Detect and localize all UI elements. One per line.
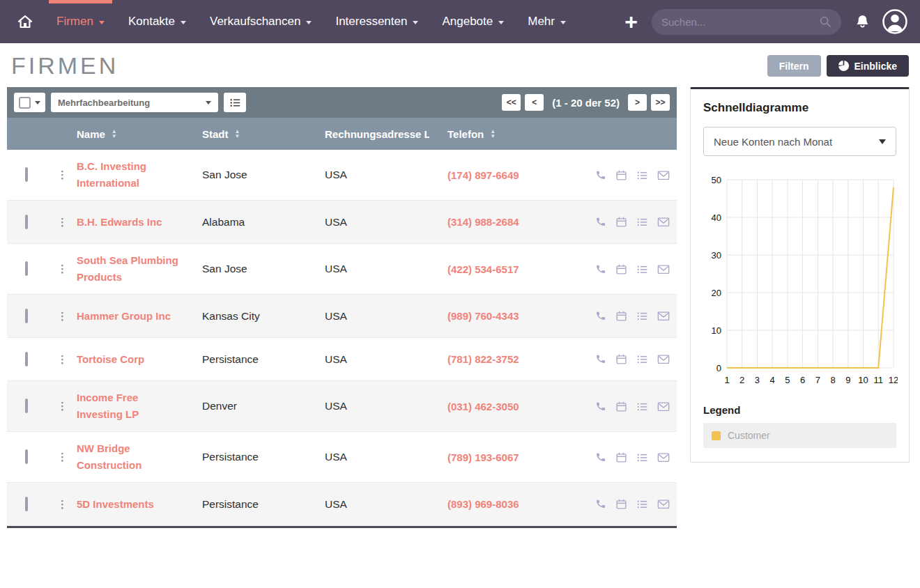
- select-all-checkbox[interactable]: [19, 97, 31, 109]
- home-button[interactable]: [10, 0, 45, 43]
- row-actions-menu[interactable]: ⋮: [49, 498, 77, 511]
- insights-button[interactable]: Einblicke: [827, 55, 909, 77]
- svg-text:10: 10: [858, 375, 868, 385]
- list-view-button[interactable]: [224, 93, 246, 112]
- phone-link[interactable]: (031) 462-3050: [429, 401, 576, 412]
- tasks-list-icon[interactable]: [636, 498, 648, 510]
- call-icon[interactable]: [595, 498, 606, 510]
- email-icon[interactable]: [657, 353, 670, 365]
- row-checkbox[interactable]: [25, 497, 28, 511]
- nav-item-interessenten[interactable]: Interessenten: [323, 0, 430, 43]
- phone-link[interactable]: (989) 760-4343: [429, 310, 576, 322]
- row-actions-menu[interactable]: ⋮: [49, 310, 77, 323]
- row-checkbox[interactable]: [25, 352, 28, 366]
- row-actions-menu[interactable]: ⋮: [49, 400, 77, 412]
- pagination-last-button[interactable]: >>: [651, 94, 670, 111]
- user-avatar[interactable]: [881, 8, 909, 36]
- nav-item-kontakte[interactable]: Kontakte: [116, 0, 198, 43]
- call-icon[interactable]: [595, 451, 606, 463]
- email-icon[interactable]: [657, 216, 670, 228]
- row-checkbox[interactable]: [25, 261, 28, 276]
- select-all-dropdown[interactable]: [14, 93, 45, 112]
- row-actions-menu[interactable]: ⋮: [49, 169, 77, 181]
- row-checkbox[interactable]: [25, 309, 28, 323]
- call-icon[interactable]: [595, 401, 606, 412]
- row-checkbox[interactable]: [25, 215, 28, 229]
- row-actions-menu[interactable]: ⋮: [49, 216, 77, 229]
- quick-create-button[interactable]: +: [615, 0, 647, 43]
- calendar-icon[interactable]: [615, 169, 627, 181]
- chart-type-select[interactable]: Neue Konten nach Monat: [703, 127, 896, 156]
- nav-item-angebote[interactable]: Angebote: [430, 0, 516, 43]
- column-header-name[interactable]: Name ▲▼: [77, 128, 202, 140]
- notifications-button[interactable]: [855, 14, 870, 29]
- home-icon: [17, 13, 33, 30]
- email-icon[interactable]: [657, 310, 670, 322]
- phone-link[interactable]: (893) 969-8036: [429, 498, 576, 510]
- nav-item-mehr[interactable]: Mehr: [516, 0, 578, 43]
- search-input[interactable]: [661, 16, 819, 28]
- calendar-icon[interactable]: [615, 310, 627, 322]
- phone-link[interactable]: (781) 822-3752: [429, 353, 576, 365]
- row-actions-menu[interactable]: ⋮: [49, 353, 77, 366]
- account-name-link[interactable]: Tortoise Corp: [77, 351, 202, 368]
- email-icon[interactable]: [657, 498, 670, 510]
- phone-link[interactable]: (789) 193-6067: [429, 451, 576, 463]
- email-icon[interactable]: [657, 169, 670, 181]
- calendar-icon[interactable]: [615, 498, 627, 510]
- call-icon[interactable]: [595, 353, 606, 365]
- call-icon[interactable]: [595, 263, 606, 275]
- page-title: FIRMEN: [11, 52, 118, 79]
- filter-button[interactable]: Filtern: [767, 55, 821, 77]
- account-name-link[interactable]: South Sea Plumbing Products: [77, 252, 202, 286]
- calendar-icon[interactable]: [615, 216, 627, 228]
- tasks-list-icon[interactable]: [636, 310, 648, 322]
- pagination-prev-button[interactable]: <: [525, 94, 544, 111]
- quick-charts-panel: Schnelldiagramme Neue Konten nach Monat …: [690, 87, 910, 463]
- account-name-link[interactable]: Hammer Group Inc: [77, 308, 202, 325]
- search-icon[interactable]: [819, 15, 831, 28]
- phone-link[interactable]: (314) 988-2684: [429, 216, 576, 228]
- tasks-list-icon[interactable]: [636, 451, 648, 463]
- pagination-next-button[interactable]: >: [628, 94, 647, 111]
- table-row: ⋮ B.C. Investing International San Jose …: [7, 150, 677, 201]
- bulk-action-select[interactable]: Mehrfachbearbeitung: [51, 93, 218, 112]
- calendar-icon[interactable]: [615, 353, 627, 365]
- tasks-list-icon[interactable]: [636, 401, 648, 412]
- email-icon[interactable]: [657, 401, 670, 412]
- column-header-telefon[interactable]: Telefon ▲▼: [429, 128, 576, 140]
- tasks-list-icon[interactable]: [636, 263, 648, 275]
- calendar-icon[interactable]: [615, 401, 627, 412]
- phone-link[interactable]: (422) 534-6517: [429, 263, 576, 275]
- tasks-list-icon[interactable]: [636, 353, 648, 365]
- account-name-link[interactable]: B.H. Edwards Inc: [77, 214, 202, 231]
- row-actions-menu[interactable]: ⋮: [49, 451, 77, 463]
- pagination-first-button[interactable]: <<: [502, 94, 521, 111]
- chevron-down-icon: [306, 21, 312, 24]
- column-header-stadt[interactable]: Stadt ▲▼: [202, 128, 325, 140]
- nav-item-verkaufschancen[interactable]: Verkaufschancen: [198, 0, 323, 43]
- call-icon[interactable]: [595, 169, 606, 181]
- nav-item-label: Interessenten: [335, 15, 407, 29]
- email-icon[interactable]: [657, 263, 670, 275]
- account-name-link[interactable]: B.C. Investing International: [77, 158, 202, 192]
- account-name-link[interactable]: Income Free Investing LP: [77, 389, 202, 423]
- call-icon[interactable]: [595, 216, 606, 228]
- account-name-link[interactable]: 5D Investments: [77, 496, 202, 513]
- email-icon[interactable]: [657, 451, 670, 463]
- tasks-list-icon[interactable]: [636, 216, 648, 228]
- tasks-list-icon[interactable]: [636, 169, 648, 181]
- calendar-icon[interactable]: [615, 451, 627, 463]
- nav-item-firmen[interactable]: Firmen: [45, 0, 116, 43]
- account-name-link[interactable]: NW Bridge Construction: [77, 440, 202, 474]
- svg-text:10: 10: [712, 325, 721, 336]
- row-actions-menu[interactable]: ⋮: [49, 263, 77, 275]
- row-checkbox[interactable]: [25, 399, 28, 413]
- list-view-icon: [229, 97, 241, 109]
- call-icon[interactable]: [595, 310, 606, 322]
- calendar-icon[interactable]: [615, 263, 627, 275]
- column-header-land[interactable]: Rechnungsadresse Land: [325, 128, 429, 140]
- row-checkbox[interactable]: [25, 167, 28, 182]
- row-checkbox[interactable]: [25, 449, 28, 464]
- phone-link[interactable]: (174) 897-6649: [429, 169, 576, 181]
